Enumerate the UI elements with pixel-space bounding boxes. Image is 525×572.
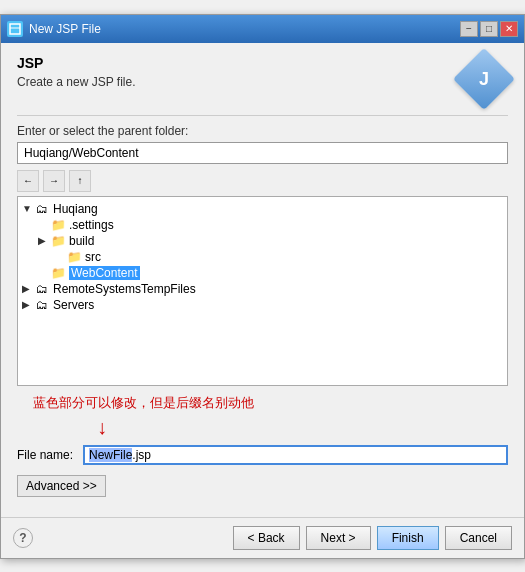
title-bar: New JSP File − □ ✕	[1, 15, 524, 43]
dialog-footer: ? < Back Next > Finish Cancel	[1, 517, 524, 558]
folder-icon-settings: 📁	[50, 218, 66, 232]
tree-item-servers[interactable]: ▶ 🗂 Servers	[22, 297, 503, 313]
folder-icon-build: 📁	[50, 234, 66, 248]
tree-item-huqiang[interactable]: ▼ 🗂 Huqiang	[22, 201, 503, 217]
dialog-window: New JSP File − □ ✕ JSP Create a new JSP …	[0, 14, 525, 559]
tree-item-src[interactable]: 📁 src	[22, 249, 503, 265]
next-button[interactable]: Next >	[306, 526, 371, 550]
back-button[interactable]: < Back	[233, 526, 300, 550]
project-icon: 🗂	[34, 202, 50, 216]
svg-rect-0	[10, 24, 20, 34]
wizard-subtitle: Create a new JSP file.	[17, 75, 136, 89]
diamond-shape: J	[453, 47, 515, 109]
header-section: JSP Create a new JSP file. J	[17, 55, 508, 103]
annotation-arrow: ↓	[17, 416, 508, 439]
window-icon	[7, 21, 23, 37]
close-button[interactable]: ✕	[500, 21, 518, 37]
tree-item-remotesystems[interactable]: ▶ 🗂 RemoteSystemsTempFiles	[22, 281, 503, 297]
cancel-button[interactable]: Cancel	[445, 526, 512, 550]
project-icon-servers: 🗂	[34, 298, 50, 312]
header-text: JSP Create a new JSP file.	[17, 55, 136, 89]
tree-toolbar: ← → ↑	[17, 170, 508, 192]
help-button[interactable]: ?	[13, 528, 33, 548]
file-name-input-wrapper[interactable]: NewFile.jsp	[83, 445, 508, 465]
wizard-icon: J	[460, 55, 508, 103]
up-nav-button[interactable]: ↑	[69, 170, 91, 192]
maximize-button[interactable]: □	[480, 21, 498, 37]
dialog-content: JSP Create a new JSP file. J Enter or se…	[1, 43, 524, 517]
annotation-text: 蓝色部分可以修改，但是后缀名别动他	[33, 394, 508, 412]
tree-item-build[interactable]: ▶ 📁 build	[22, 233, 503, 249]
finish-button[interactable]: Finish	[377, 526, 439, 550]
header-divider	[17, 115, 508, 116]
project-icon-remote: 🗂	[34, 282, 50, 296]
advanced-button[interactable]: Advanced >>	[17, 475, 106, 497]
file-name-label: File name:	[17, 448, 77, 462]
file-name-row: File name: NewFile.jsp	[17, 445, 508, 465]
folder-icon-src: 📁	[66, 250, 82, 264]
back-nav-button[interactable]: ←	[17, 170, 39, 192]
tree-item-settings[interactable]: 📁 .settings	[22, 217, 503, 233]
file-extension: .jsp	[132, 448, 151, 462]
folder-tree[interactable]: ▼ 🗂 Huqiang 📁 .settings ▶ 📁 build	[17, 196, 508, 386]
folder-icon-webcontent: 📁	[50, 266, 66, 280]
wizard-title: JSP	[17, 55, 136, 71]
forward-nav-button[interactable]: →	[43, 170, 65, 192]
minimize-button[interactable]: −	[460, 21, 478, 37]
tree-item-webcontent[interactable]: 📁 WebContent	[22, 265, 503, 281]
window-title: New JSP File	[29, 22, 101, 36]
folder-path-input[interactable]	[17, 142, 508, 164]
folder-label: Enter or select the parent folder:	[17, 124, 508, 138]
file-name-highlight: NewFile	[89, 448, 132, 462]
